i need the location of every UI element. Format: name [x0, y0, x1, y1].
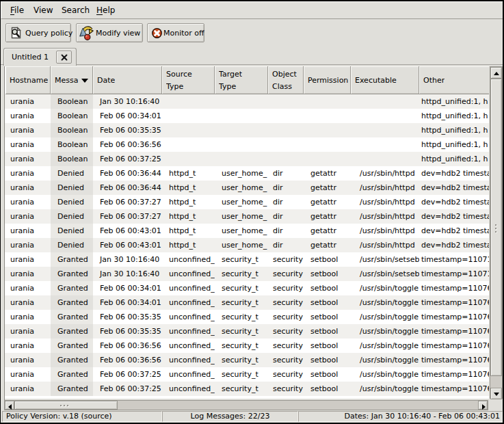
arrow-down-icon	[494, 393, 499, 396]
cell-message: Boolean	[51, 137, 93, 152]
cell-source-type: httpd_t	[162, 166, 215, 181]
column-header-source-type[interactable]: SourceType	[162, 66, 215, 94]
table-row[interactable]: urania Denied Feb 06 00:43:01 httpd_t us…	[5, 238, 489, 252]
cell-permission: setbool	[304, 324, 351, 339]
cell-other: dev=hdb2 timesta	[419, 209, 489, 224]
cell-message: Denied	[51, 238, 93, 252]
horizontal-scrollbar[interactable]	[4, 400, 488, 410]
table-row[interactable]: urania Denied Feb 06 00:36:44 httpd_t us…	[5, 166, 489, 181]
cell-source-type: httpd_t	[162, 195, 215, 209]
modify-view-button[interactable]: Modify view	[76, 23, 143, 42]
table-row[interactable]: urania Granted Feb 06 00:34:01 unconfine…	[5, 281, 489, 295]
menu-search[interactable]: Search	[62, 2, 90, 18]
scroll-left-button[interactable]	[5, 401, 14, 410]
column-header-permission[interactable]: Permission	[304, 66, 351, 94]
cell-other: httpd_unified:1, h	[419, 94, 489, 109]
table-row[interactable]: urania Granted Jan 30 10:16:40 unconfine…	[5, 252, 489, 267]
cell-message: Boolean	[51, 94, 93, 109]
column-header-message[interactable]: Messa	[51, 66, 93, 94]
tab-close-button[interactable]	[56, 51, 72, 64]
column-header-object-class[interactable]: ObjectClass	[268, 66, 304, 94]
table-row[interactable]: urania Boolean Jan 30 10:16:40 httpd_uni…	[5, 94, 489, 109]
column-header-other[interactable]: Other	[419, 66, 489, 94]
menu-help[interactable]: Help	[96, 2, 115, 18]
column-header-date[interactable]: Date	[93, 66, 162, 94]
cell-message: Denied	[51, 166, 93, 181]
table-row[interactable]: urania Granted Feb 06 00:36:56 unconfine…	[5, 339, 489, 353]
table-row[interactable]: urania Boolean Feb 06 00:34:01 httpd_uni…	[5, 109, 489, 123]
table-row[interactable]: urania Granted Feb 06 00:37:25 unconfine…	[5, 367, 489, 382]
table-row[interactable]: urania Denied Feb 06 00:43:01 httpd_t us…	[5, 224, 489, 238]
table-row[interactable]: urania Granted Feb 06 00:36:56 unconfine…	[5, 353, 489, 367]
cell-date: Feb 06 00:34:01	[93, 281, 162, 295]
scroll-right-button[interactable]	[478, 401, 488, 410]
modify-view-icon	[79, 25, 94, 40]
arrow-left-icon	[8, 404, 12, 410]
cell-executable	[351, 152, 419, 166]
column-header-hostname[interactable]: Hostname	[5, 66, 51, 94]
policy-version-status: Policy Version: v.18 (source)	[2, 411, 162, 422]
cell-executable	[351, 94, 419, 109]
cell-executable: /usr/sbin/toggle	[351, 324, 419, 339]
cell-source-type: unconfined_	[162, 339, 215, 353]
table-row[interactable]: urania Denied Feb 06 00:37:27 httpd_t us…	[5, 209, 489, 224]
table-row[interactable]: urania Denied Feb 06 00:36:44 httpd_t us…	[5, 181, 489, 195]
table-row[interactable]: urania Granted Feb 06 00:35:35 unconfine…	[5, 324, 489, 339]
cell-message: Granted	[51, 295, 93, 310]
cell-object-class: dir	[268, 195, 304, 209]
cell-date: Feb 06 00:35:35	[93, 123, 162, 137]
tab-untitled-1[interactable]: Untitled 1	[3, 48, 77, 66]
table-row[interactable]: urania Denied Feb 06 00:37:27 httpd_t us…	[5, 195, 489, 209]
cell-hostname: urania	[5, 181, 51, 195]
cell-object-class: security	[268, 281, 304, 295]
cell-other: timestamp=11076	[419, 353, 489, 367]
cell-other: timestamp=11076	[419, 339, 489, 353]
cell-message: Granted	[51, 367, 93, 382]
cell-hostname: urania	[5, 109, 51, 123]
menu-file[interactable]: File	[10, 2, 24, 18]
cell-executable: /usr/sbin/httpd	[351, 166, 419, 181]
column-header-target-type[interactable]: TargetType	[215, 66, 268, 94]
monitor-off-button[interactable]: Monitor off	[147, 23, 204, 42]
table-row[interactable]: urania Boolean Feb 06 00:36:56 httpd_uni…	[5, 137, 489, 152]
table-row[interactable]: urania Boolean Feb 06 00:35:35 httpd_uni…	[5, 123, 489, 137]
cell-other: dev=hdb2 timesta	[419, 238, 489, 252]
cell-other: httpd_unified:1, h	[419, 137, 489, 152]
cell-target-type: security_t	[215, 281, 268, 295]
vertical-scrollbar-thumb[interactable]	[490, 79, 502, 376]
cell-target-type	[215, 123, 268, 137]
cell-other: httpd_unified:1, h	[419, 109, 489, 123]
table-row[interactable]: urania Granted Feb 06 00:35:35 unconfine…	[5, 310, 489, 324]
column-header-executable[interactable]: Executable	[351, 66, 419, 94]
table-row[interactable]: urania Boolean Feb 06 00:37:25 httpd_uni…	[5, 152, 489, 166]
cell-source-type	[162, 109, 215, 123]
cell-executable: /usr/sbin/toggle	[351, 339, 419, 353]
cell-target-type: security_t	[215, 324, 268, 339]
cell-date: Jan 30 10:16:40	[93, 252, 162, 267]
query-policy-button[interactable]: Query policy	[5, 23, 71, 42]
cell-hostname: urania	[5, 281, 51, 295]
cell-source-type: unconfined_	[162, 252, 215, 267]
cell-source-type	[162, 137, 215, 152]
cell-hostname: urania	[5, 94, 51, 109]
menu-bar: File View Search Help	[1, 1, 503, 19]
cell-source-type	[162, 94, 215, 109]
scroll-up-button[interactable]	[490, 67, 502, 79]
cell-message: Granted	[51, 310, 93, 324]
scroll-down-button[interactable]	[490, 388, 502, 399]
cell-target-type	[215, 109, 268, 123]
cell-target-type: security_t	[215, 267, 268, 281]
horizontal-scrollbar-thumb[interactable]	[14, 401, 118, 410]
menu-view[interactable]: View	[34, 2, 53, 18]
cell-permission	[304, 94, 351, 109]
cell-object-class	[268, 123, 304, 137]
cell-permission: getattr	[304, 181, 351, 195]
dates-status: Dates: Jan 30 10:16:40 - Feb 06 00:43:01	[298, 411, 503, 422]
table-row[interactable]: urania Granted Feb 06 00:34:01 unconfine…	[5, 295, 489, 310]
cell-executable	[351, 109, 419, 123]
vertical-scrollbar[interactable]	[490, 66, 503, 399]
table-row[interactable]: urania Granted Jan 30 10:16:40 unconfine…	[5, 267, 489, 281]
table-row[interactable]: urania Granted Feb 06 00:37:25 unconfine…	[5, 382, 489, 396]
cell-target-type: security_t	[215, 353, 268, 367]
status-bar: Policy Version: v.18 (source) Log Messag…	[1, 411, 503, 422]
